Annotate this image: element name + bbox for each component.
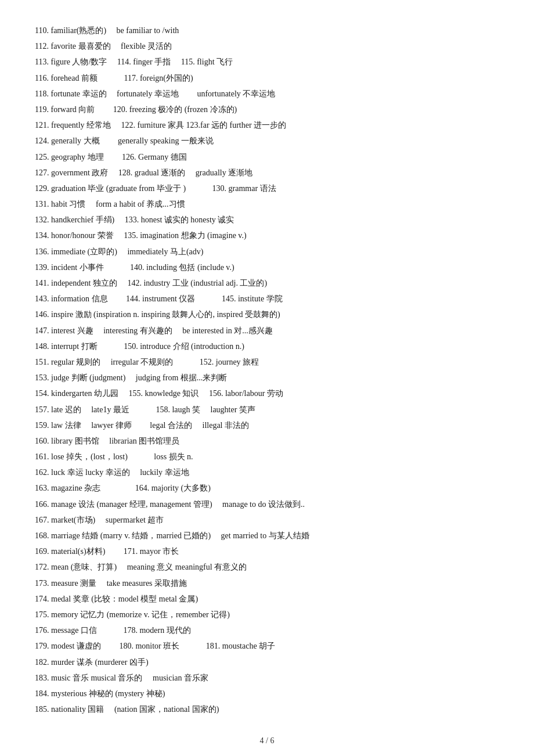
page-number: 4 / 6 bbox=[260, 736, 275, 745]
list-item: 110. familiar(熟悉的) be familiar to /with bbox=[35, 23, 499, 38]
list-item: 185. nationality 国籍 (nation 国家，national … bbox=[35, 702, 499, 717]
list-item: 183. music 音乐 musical 音乐的 musician 音乐家 bbox=[35, 671, 499, 685]
list-item: 148. interrupt 打断 150. introduce 介绍 (int… bbox=[35, 339, 499, 354]
list-item: 141. independent 独立的 142. industry 工业 (i… bbox=[35, 276, 499, 290]
list-item: 172. mean (意味、打算) meaning 意义 meaningful … bbox=[35, 560, 499, 574]
list-item: 132. handkerchief 手绢) 133. honest 诚实的 ho… bbox=[35, 213, 499, 227]
list-item: 160. library 图书馆 librarian 图书馆理员 bbox=[35, 434, 499, 448]
list-item: 166. manage 设法 (manager 经理, management 管… bbox=[35, 497, 499, 512]
list-item: 168. marriage 结婚 (marry v. 结婚，married 已婚… bbox=[35, 528, 499, 543]
list-item: 153. judge 判断 (judgment) judging from 根据… bbox=[35, 370, 499, 385]
list-item: 175. memory 记忆力 (memorize v. 记住，remember… bbox=[35, 607, 499, 622]
list-item: 136. immediate (立即的) immediately 马上(adv) bbox=[35, 244, 499, 259]
list-item: 173. measure 测量 take measures 采取措施 bbox=[35, 576, 499, 591]
list-item: 167. market(市场) supermarket 超市 bbox=[35, 513, 499, 527]
list-item: 146. inspire 激励 (inspiration n. inspirin… bbox=[35, 307, 499, 322]
page-footer: 4 / 6 bbox=[35, 734, 499, 748]
list-item: 176. message 口信 178. modern 现代的 bbox=[35, 623, 499, 638]
list-item: 169. material(s)材料) 171. mayor 市长 bbox=[35, 544, 499, 559]
list-item: 124. generally 大概 generally speaking 一般来… bbox=[35, 134, 499, 148]
list-item: 121. frequently 经常地 122. furniture 家具 12… bbox=[35, 118, 499, 132]
list-item: 116. forehead 前额 117. foreign(外国的) bbox=[35, 71, 499, 85]
list-item: 129. graduation 毕业 (graduate from 毕业于 ) … bbox=[35, 181, 499, 196]
list-item: 159. law 法律 lawyer 律师 legal 合法的 illegal … bbox=[35, 418, 499, 433]
list-item: 125. geography 地理 126. Germany 德国 bbox=[35, 150, 499, 164]
list-item: 113. figure 人物/数字 114. finger 手指 115. fl… bbox=[35, 55, 499, 69]
list-item: 151. regular 规则的 irregular 不规则的 152. jou… bbox=[35, 355, 499, 369]
vocabulary-list: 110. familiar(熟悉的) be familiar to /with1… bbox=[35, 23, 499, 717]
list-item: 154. kindergarten 幼儿园 155. knowledge 知识 … bbox=[35, 386, 499, 401]
list-item: 112. favorite 最喜爱的 flexible 灵活的 bbox=[35, 39, 499, 53]
list-item: 157. late 迟的 late1y 最近 158. laugh 笑 laug… bbox=[35, 402, 499, 417]
list-item: 127. government 政府 128. gradual 逐渐的 grad… bbox=[35, 165, 499, 180]
main-content: 110. familiar(熟悉的) be familiar to /with1… bbox=[35, 23, 499, 717]
list-item: 131. habit 习惯 form a habit of 养成...习惯 bbox=[35, 197, 499, 211]
list-item: 182. murder 谋杀 (murderer 凶手) bbox=[35, 655, 499, 669]
list-item: 184. mysterious 神秘的 (mystery 神秘) bbox=[35, 686, 499, 701]
list-item: 118. fortunate 幸运的 fortunately 幸运地 unfor… bbox=[35, 87, 499, 101]
list-item: 147. interest 兴趣 interesting 有兴趣的 be int… bbox=[35, 323, 499, 338]
list-item: 162. luck 幸运 lucky 幸运的 luckily 幸运地 bbox=[35, 465, 499, 480]
list-item: 119. forward 向前 120. freezing 极冷的 (froze… bbox=[35, 102, 499, 117]
list-item: 134. honor/honour 荣誉 135. imagination 想象… bbox=[35, 228, 499, 243]
list-item: 161. lose 掉失，(lost，lost) loss 损失 n. bbox=[35, 449, 499, 464]
list-item: 143. information 信息 144. instrument 仪器 1… bbox=[35, 291, 499, 306]
list-item: 139. incident 小事件 140. including 包括 (inc… bbox=[35, 260, 499, 275]
list-item: 179. modest 谦虚的 180. monitor 班长 181. mou… bbox=[35, 639, 499, 653]
list-item: 163. magazine 杂志 164. majority (大多数) bbox=[35, 481, 499, 495]
list-item: 174. medal 奖章 (比较：model 模型 metal 金属) bbox=[35, 592, 499, 606]
